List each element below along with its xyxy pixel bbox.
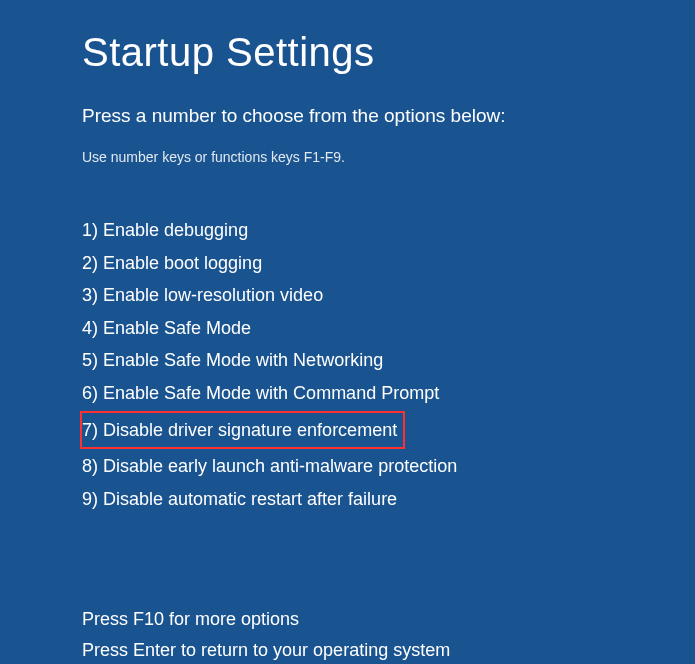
option-row[interactable]: 5) Enable Safe Mode with Networking bbox=[82, 345, 695, 376]
key-instruction: Use number keys or functions keys F1-F9. bbox=[82, 149, 695, 165]
option-item-8[interactable]: 8) Disable early launch anti-malware pro… bbox=[82, 451, 457, 482]
footer-section: Press F10 for more options Press Enter t… bbox=[82, 604, 695, 664]
option-item-2[interactable]: 2) Enable boot logging bbox=[82, 248, 262, 279]
option-row[interactable]: 6) Enable Safe Mode with Command Prompt bbox=[82, 378, 695, 409]
option-row[interactable]: 8) Disable early launch anti-malware pro… bbox=[82, 451, 695, 482]
option-item-5[interactable]: 5) Enable Safe Mode with Networking bbox=[82, 345, 383, 376]
page-title: Startup Settings bbox=[82, 30, 695, 75]
option-item-3[interactable]: 3) Enable low-resolution video bbox=[82, 280, 323, 311]
page-subtitle: Press a number to choose from the option… bbox=[82, 105, 695, 127]
option-row[interactable]: 7) Disable driver signature enforcement bbox=[82, 411, 695, 450]
return-text: Press Enter to return to your operating … bbox=[82, 635, 695, 664]
more-options-text: Press F10 for more options bbox=[82, 604, 695, 635]
option-item-1[interactable]: 1) Enable debugging bbox=[82, 215, 248, 246]
option-item-7[interactable]: 7) Disable driver signature enforcement bbox=[80, 411, 405, 450]
option-row[interactable]: 3) Enable low-resolution video bbox=[82, 280, 695, 311]
option-item-6[interactable]: 6) Enable Safe Mode with Command Prompt bbox=[82, 378, 439, 409]
option-row[interactable]: 1) Enable debugging bbox=[82, 215, 695, 246]
option-item-9[interactable]: 9) Disable automatic restart after failu… bbox=[82, 484, 397, 515]
option-row[interactable]: 4) Enable Safe Mode bbox=[82, 313, 695, 344]
option-row[interactable]: 2) Enable boot logging bbox=[82, 248, 695, 279]
options-list: 1) Enable debugging2) Enable boot loggin… bbox=[82, 215, 695, 514]
option-item-4[interactable]: 4) Enable Safe Mode bbox=[82, 313, 251, 344]
option-row[interactable]: 9) Disable automatic restart after failu… bbox=[82, 484, 695, 515]
